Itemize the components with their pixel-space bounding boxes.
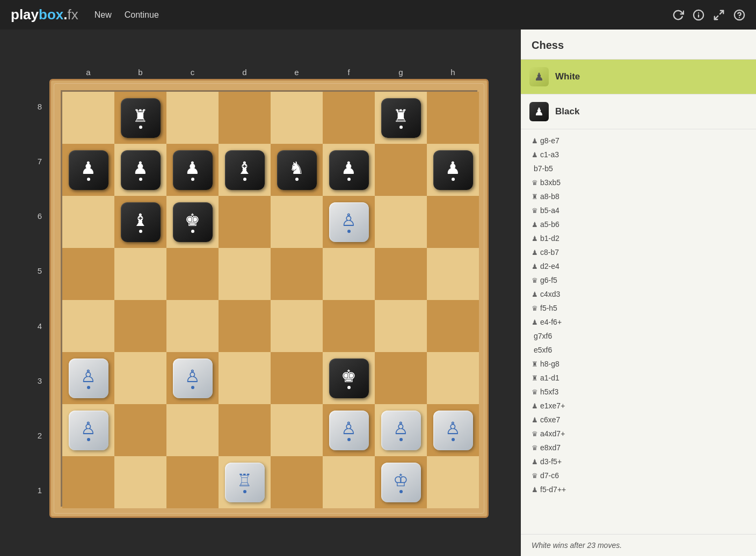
cell-h2[interactable]: ♙ [427, 404, 479, 456]
piece-g8-rook[interactable]: ♜ [381, 98, 421, 138]
cell-f4[interactable] [323, 300, 375, 352]
move-text-17: a1-d1 [540, 374, 559, 382]
move-text-21: a4xd7+ [540, 429, 565, 438]
piece-c3-pawn[interactable]: ♙ [173, 359, 213, 398]
cell-g7[interactable] [375, 144, 427, 196]
cell-e1[interactable] [271, 456, 323, 508]
cell-b5[interactable] [114, 248, 166, 300]
cell-f5[interactable] [323, 248, 375, 300]
cell-d2[interactable] [219, 404, 271, 456]
col-d: d [219, 68, 271, 77]
cell-e3[interactable] [271, 352, 323, 404]
cell-f7[interactable]: ♟ [323, 144, 375, 196]
cell-c5[interactable] [166, 248, 219, 300]
move-text-20: c6xe7 [540, 415, 560, 424]
cell-e8[interactable] [271, 92, 323, 144]
cell-e2[interactable] [271, 404, 323, 456]
piece-d7-bishop[interactable]: ♝ [225, 150, 265, 190]
piece-e7-knight[interactable]: ♞ [277, 150, 317, 190]
cell-b7[interactable]: ♟ [114, 144, 166, 196]
cell-a7[interactable]: ♟ [62, 144, 114, 196]
white-player-row[interactable]: ♟ White [521, 60, 756, 94]
cell-c1[interactable] [166, 456, 219, 508]
piece-b6-bishop[interactable]: ♝ [121, 202, 161, 242]
cell-h1[interactable] [427, 456, 479, 508]
piece-g1-king[interactable]: ♔ [381, 463, 421, 502]
cell-b6[interactable]: ♝ [114, 196, 166, 248]
cell-a4[interactable] [62, 300, 114, 352]
cell-d6[interactable] [219, 196, 271, 248]
cell-h5[interactable] [427, 248, 479, 300]
piece-d1-rook[interactable]: ♖ [225, 463, 265, 502]
piece-c6-king[interactable]: ♚ [173, 202, 213, 242]
cell-c8[interactable] [166, 92, 219, 144]
piece-a3-pawn[interactable]: ♙ [69, 359, 108, 398]
cell-h8[interactable] [427, 92, 479, 144]
cell-g5[interactable] [375, 248, 427, 300]
cell-g3[interactable] [375, 352, 427, 404]
cell-a3[interactable]: ♙ [62, 352, 114, 404]
nav-new[interactable]: New [95, 10, 112, 20]
piece-h7-pawn[interactable]: ♟ [433, 150, 473, 190]
cell-e4[interactable] [271, 300, 323, 352]
cell-a5[interactable] [62, 248, 114, 300]
cell-b3[interactable] [114, 352, 166, 404]
cell-c3[interactable]: ♙ [166, 352, 219, 404]
cell-c7[interactable]: ♟ [166, 144, 219, 196]
cell-d7[interactable]: ♝ [219, 144, 271, 196]
cell-f6[interactable]: ♙ [323, 196, 375, 248]
cell-a8[interactable] [62, 92, 114, 144]
cell-g1[interactable]: ♔ [375, 456, 427, 508]
fullscreen-button[interactable] [713, 9, 725, 21]
piece-a7-pawn[interactable]: ♟ [69, 150, 108, 190]
cell-c4[interactable] [166, 300, 219, 352]
chessboard[interactable]: ♜ ♜ [61, 90, 477, 507]
cell-h7[interactable]: ♟ [427, 144, 479, 196]
cell-e7[interactable]: ♞ [271, 144, 323, 196]
cell-a1[interactable] [62, 456, 114, 508]
cell-f8[interactable] [323, 92, 375, 144]
piece-f2-pawn[interactable]: ♙ [329, 411, 369, 450]
help-button[interactable] [733, 9, 745, 21]
cell-h3[interactable] [427, 352, 479, 404]
cell-b1[interactable] [114, 456, 166, 508]
cell-g4[interactable] [375, 300, 427, 352]
move-text-2: b7-b5 [534, 164, 553, 173]
cell-h4[interactable] [427, 300, 479, 352]
piece-b8-rook[interactable]: ♜ [121, 98, 161, 138]
cell-b8[interactable]: ♜ [114, 92, 166, 144]
piece-f3-king[interactable]: ♚ [329, 359, 369, 398]
cell-f3[interactable]: ♚ [323, 352, 375, 404]
piece-f7-pawn[interactable]: ♟ [329, 150, 369, 190]
black-player-row[interactable]: ♟ Black [521, 94, 756, 129]
cell-e5[interactable] [271, 248, 323, 300]
cell-d5[interactable] [219, 248, 271, 300]
cell-d3[interactable] [219, 352, 271, 404]
cell-g8[interactable]: ♜ [375, 92, 427, 144]
cell-a6[interactable] [62, 196, 114, 248]
cell-c2[interactable] [166, 404, 219, 456]
cell-f2[interactable]: ♙ [323, 404, 375, 456]
piece-a2-pawn[interactable]: ♙ [69, 411, 108, 450]
cell-d8[interactable] [219, 92, 271, 144]
moves-list[interactable]: ♟g8-e7♟c1-a3b7-b5♛b3xb5♜a8-b8♛b5-a4♟a5-b… [521, 129, 756, 534]
cell-d4[interactable] [219, 300, 271, 352]
piece-f6-pawn[interactable]: ♙ [329, 202, 369, 242]
cell-g2[interactable]: ♙ [375, 404, 427, 456]
cell-f1[interactable] [323, 456, 375, 508]
cell-g6[interactable] [375, 196, 427, 248]
piece-b7-pawn[interactable]: ♟ [121, 150, 161, 190]
cell-b4[interactable] [114, 300, 166, 352]
cell-d1[interactable]: ♖ [219, 456, 271, 508]
info-button[interactable] [693, 9, 704, 21]
piece-h2-pawn[interactable]: ♙ [433, 411, 473, 450]
cell-c6[interactable]: ♚ [166, 196, 219, 248]
cell-a2[interactable]: ♙ [62, 404, 114, 456]
cell-h6[interactable] [427, 196, 479, 248]
cell-b2[interactable] [114, 404, 166, 456]
piece-g2-pawn[interactable]: ♙ [381, 411, 421, 450]
piece-c7-pawn[interactable]: ♟ [173, 150, 213, 190]
nav-continue[interactable]: Continue [125, 10, 159, 20]
refresh-button[interactable] [672, 9, 684, 21]
cell-e6[interactable] [271, 196, 323, 248]
